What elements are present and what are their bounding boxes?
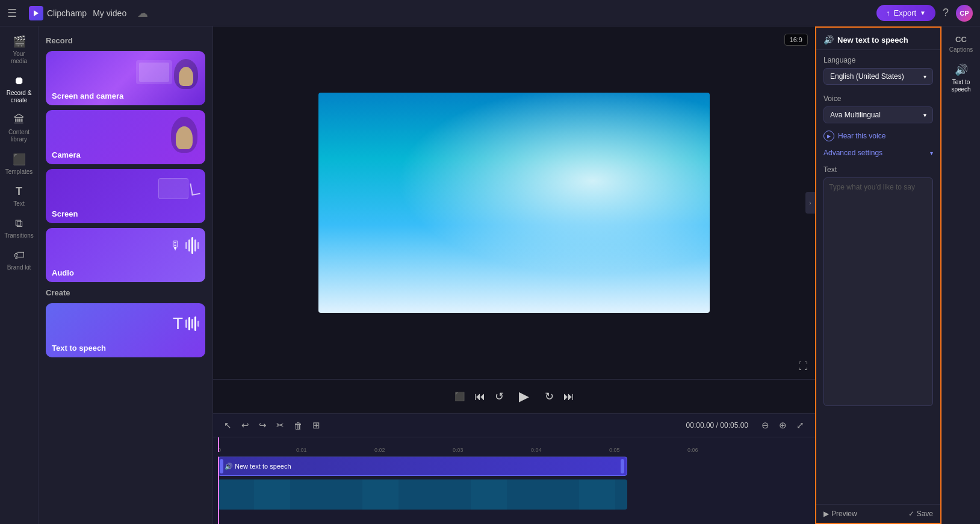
voice-select[interactable]: Ava Multilingual ▾: [823, 106, 933, 123]
camera-label: Camera: [52, 150, 81, 159]
voice-chevron: ▾: [923, 112, 926, 119]
help-icon[interactable]: ?: [943, 7, 949, 19]
export-label: Export: [894, 8, 917, 17]
text-icon: T: [16, 185, 22, 198]
ruler-mark-5: 0:05: [609, 447, 620, 452]
brand-kit-icon: 🏷: [14, 249, 25, 262]
screen-camera-card[interactable]: Screen and camera: [46, 51, 205, 105]
audio-bg: Audio: [46, 228, 205, 282]
sidebar-item-record-create[interactable]: ⏺ Record & create: [2, 71, 36, 108]
tts-track-handle-right[interactable]: [621, 459, 624, 473]
expand-icon[interactable]: ⛶: [798, 361, 808, 372]
cut-btn[interactable]: ✂: [273, 418, 288, 433]
ruler-playhead: [218, 437, 219, 452]
sidebar-item-label-transitions: Transitions: [4, 232, 34, 239]
record-section-title: Record: [46, 36, 205, 45]
play-pause-btn[interactable]: ▶: [513, 386, 535, 407]
sidebar-item-text[interactable]: T Text: [2, 182, 36, 211]
audio-label: Audio: [52, 268, 74, 277]
ruler-mark-4: 0:04: [531, 447, 542, 452]
language-select[interactable]: English (United States) ▾: [823, 68, 933, 85]
tts-track[interactable]: 🔊 New text to speech: [218, 457, 627, 476]
sidebar-item-brand-kit[interactable]: 🏷 Brand kit: [2, 245, 36, 275]
video-title[interactable]: My video: [93, 8, 126, 18]
zoom-in-btn[interactable]: ⊕: [775, 418, 790, 433]
delete-btn[interactable]: 🗑: [290, 418, 306, 433]
export-dropdown-arrow: ▼: [920, 10, 926, 16]
text-section: Text: [816, 161, 940, 412]
captions-icon: CC: [955, 35, 967, 44]
sidebar-item-content-library[interactable]: 🏛 Content library: [2, 110, 36, 147]
language-label: Language: [823, 56, 933, 64]
track-playhead: [218, 457, 219, 524]
camera-card[interactable]: Camera: [46, 110, 205, 164]
tts-card[interactable]: Text to speech T: [46, 303, 205, 357]
aspect-ratio-badge: 16:9: [784, 34, 808, 46]
templates-icon: ⬛: [13, 153, 26, 166]
rewind-btn[interactable]: ↺: [495, 390, 504, 403]
forward-btn[interactable]: ↻: [545, 390, 554, 403]
advanced-settings-row[interactable]: Advanced settings ▾: [816, 145, 940, 161]
screen-camera-deco: [172, 57, 199, 90]
save-button[interactable]: ✓ Save: [908, 510, 933, 518]
topbar-left: ☰ Clipchamp My video ☁: [7, 6, 876, 20]
sidebar-item-label-your-media: Your media: [5, 51, 34, 65]
your-media-icon: 🎬: [13, 35, 26, 48]
sidebar-item-captions[interactable]: CC Captions: [944, 31, 978, 57]
video-track-inner: [218, 479, 627, 510]
topbar-right: ↑ Export ▼ ? CP: [876, 5, 973, 22]
skip-forward-btn[interactable]: ⏭: [563, 390, 574, 403]
tts-track-label: 🔊 New text to speech: [225, 463, 291, 470]
advanced-settings-chevron: ▾: [930, 150, 933, 156]
save-check-icon: ✓: [908, 510, 914, 518]
preview-play-icon: ▶: [823, 510, 829, 518]
topbar: ☰ Clipchamp My video ☁ ↑ Export ▼ ? CP: [0, 0, 980, 26]
hear-voice-play-icon: ▶: [823, 131, 834, 141]
tts-track-handle-left[interactable]: [220, 459, 223, 473]
ruler-mark-6: 0:06: [687, 447, 698, 452]
record-create-panel: Record Screen and camera Camera: [39, 26, 213, 524]
sidebar-item-label-tts: Text to speech: [947, 79, 976, 93]
skip-back-btn[interactable]: ⏮: [474, 390, 485, 403]
svg-marker-1: [34, 10, 39, 16]
sidebar-item-label-captions: Captions: [949, 46, 973, 54]
language-section: Language English (United States) ▾: [816, 50, 940, 88]
text-input[interactable]: [823, 177, 933, 406]
current-time: 00:00.00: [686, 421, 715, 430]
timeline-area: ↖ ↩ ↪ ✂ 🗑 ⊞ 00:00.00 / 00:05.00 ⊖ ⊕ ⤢: [213, 413, 815, 524]
video-track[interactable]: [218, 479, 627, 510]
hear-voice-button[interactable]: ▶ Hear this voice: [816, 127, 940, 145]
caption-toggle-btn[interactable]: ⬛: [454, 392, 465, 401]
playback-controls: ⬛ ⏮ ↺ ▶ ↻ ⏭: [213, 379, 815, 413]
center-area: 16:9 ⛶ › ⬛ ⏮ ↺ ▶ ↻ ⏭ ↖ ↩ ↪ ✂: [213, 26, 815, 524]
zoom-out-btn[interactable]: ⊖: [758, 418, 773, 433]
collapse-right-panel[interactable]: ›: [805, 192, 815, 214]
right-panel-footer: ▶ Preview ✓ Save: [816, 504, 940, 524]
sidebar-item-your-media[interactable]: 🎬 Your media: [2, 31, 36, 69]
fit-timeline-btn[interactable]: ⤢: [793, 418, 808, 433]
screen-cursor-deco: [158, 178, 199, 199]
sidebar-item-tts[interactable]: 🔊 Text to speech: [944, 60, 978, 97]
save-label: Save: [917, 510, 933, 518]
create-section-title: Create: [46, 288, 205, 297]
hear-voice-label: Hear this voice: [838, 132, 885, 140]
sidebar-item-templates[interactable]: ⬛ Templates: [2, 149, 36, 179]
content-library-icon: 🏛: [14, 114, 25, 126]
voice-value: Ava Multilingual: [830, 111, 881, 119]
add-media-btn[interactable]: ⊞: [309, 418, 324, 433]
cloud-icon: ☁: [137, 7, 148, 20]
redo-btn[interactable]: ↪: [255, 418, 270, 433]
video-frame: [318, 93, 710, 313]
menu-icon[interactable]: ☰: [7, 7, 17, 20]
voice-label: Voice: [823, 94, 933, 103]
audio-card[interactable]: Audio 🎙: [46, 228, 205, 282]
sidebar-item-transitions[interactable]: ⧉ Transitions: [2, 214, 36, 243]
undo-btn[interactable]: ↩: [238, 418, 253, 433]
preview-button[interactable]: ▶ Preview: [823, 510, 857, 518]
pointer-tool-btn[interactable]: ↖: [220, 418, 235, 433]
avatar[interactable]: CP: [956, 5, 973, 22]
export-button[interactable]: ↑ Export ▼: [876, 5, 935, 21]
tts-panel-icon: 🔊: [823, 35, 834, 45]
tts-deco: T: [173, 314, 199, 333]
screen-card[interactable]: Screen: [46, 169, 205, 223]
